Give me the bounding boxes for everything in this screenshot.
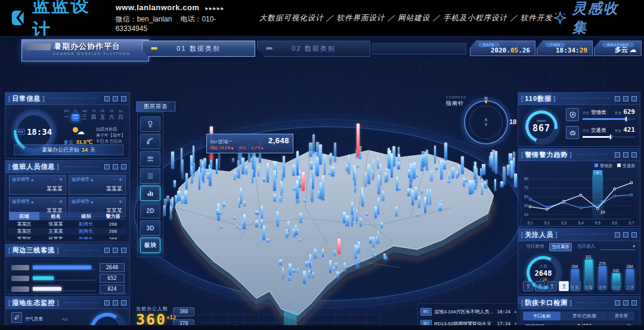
leaf-icon	[11, 312, 22, 323]
focus-circle-value: 2648	[535, 269, 552, 277]
checkpoint-col-1[interactable]: 异常/已检测	[561, 312, 608, 320]
map-bar	[513, 152, 516, 166]
panel-focus-people: [关注人员] 当日新增当日离开当日进入 ▾ 人员 2648 ↑ 24 26431…	[518, 228, 640, 295]
weather-segment: WEATHER 多云 ☁	[594, 41, 642, 56]
duty-table-row: 某某区王某某副局长268	[9, 228, 126, 236]
chart-layer-icon[interactable]	[140, 186, 160, 201]
partly-cloudy-icon: ☁	[72, 127, 85, 135]
checkpoint-col-2[interactable]: 异常率	[608, 312, 635, 320]
collapse-icon[interactable]	[615, 300, 620, 306]
checkpoint-table-header: 卡口名称异常/已检测异常率	[523, 312, 635, 320]
svg-text:24: 24	[600, 210, 605, 214]
fullscreen-icon[interactable]	[121, 300, 126, 306]
focus-tab-当日新增[interactable]: 当日新增	[524, 243, 546, 251]
collapse-icon[interactable]	[615, 232, 620, 238]
topbar-filler-bar	[372, 43, 466, 54]
alert-scroll-up-icon[interactable]: ▲	[513, 310, 518, 313]
collapse-icon[interactable]	[104, 300, 110, 306]
contact-block: www.lanlanwork.com▸▸▸▸▸ 微信：ben_lanlan电话：…	[116, 3, 242, 33]
compass-value: 18	[509, 118, 516, 125]
compass[interactable]: N ∧∨	[464, 100, 508, 144]
layer-button-3D[interactable]: 3D	[140, 220, 160, 236]
tooltip-yoy-label: 同比	[210, 146, 218, 150]
promo-banner: 蓝蓝设计 www.lanlanwork.com▸▸▸▸▸ 微信：ben_lanl…	[0, 0, 644, 36]
trend-legend: 警情类交通类	[595, 163, 635, 169]
weekday-sa: SA六	[108, 109, 116, 121]
alert-row[interactable]: 级1湿地3-104片区有不明人员闯入18:24▲	[420, 306, 518, 317]
website-link[interactable]: www.lanlanwork.com	[116, 3, 200, 12]
compass-arrows[interactable]: ∧∨	[465, 101, 507, 143]
compass-north: N	[484, 96, 487, 100]
panel-title: 周边三线客流	[12, 246, 55, 255]
badge-icon	[566, 108, 579, 121]
trend-line-chart: 9070503010▾30245.15.25.35.45.55.65.7	[521, 168, 637, 225]
collapse-icon[interactable]	[104, 248, 110, 253]
window-icon[interactable]	[113, 248, 118, 253]
focus-tab-当日进入[interactable]: 当日进入	[575, 243, 597, 251]
checkpoint-col-0[interactable]: 卡口名称	[523, 312, 561, 320]
clock-period: PM	[16, 129, 25, 135]
focus-bar-chart: 264311279242264	[569, 252, 635, 289]
camera-layer-icon[interactable]	[140, 116, 160, 132]
fullscreen-icon[interactable]	[631, 232, 637, 238]
fullscreen-icon[interactable]	[121, 164, 126, 169]
fullscreen-icon[interactable]	[631, 96, 637, 101]
window-icon[interactable]	[623, 96, 628, 101]
tooltip-mom: 6.2%▲	[251, 146, 264, 150]
window-icon[interactable]	[113, 164, 118, 169]
collapse-icon[interactable]	[615, 152, 620, 158]
collapse-icon[interactable]	[104, 96, 110, 101]
flow-value: 2648	[100, 263, 125, 272]
flow-row: 824	[11, 285, 125, 293]
lunar-calendar: 闰四月初四庚子年【鼠年】辛巳月 己巳日	[96, 127, 126, 144]
collapse-icon[interactable]	[104, 164, 110, 169]
focus-bar: 264	[624, 252, 635, 289]
tab-data-category-2[interactable]: 02 数据类别	[257, 41, 370, 57]
duty-leader-card[interactable]: 值班领导▸⋯ ⊗某某某	[9, 175, 66, 195]
focus-person-filter-icon[interactable]	[559, 281, 569, 291]
window-icon[interactable]	[623, 152, 628, 158]
time-segment: TIME 18:34:29	[537, 41, 593, 56]
yaxis-tick: 380	[173, 307, 194, 316]
tooltip-region: 区域一	[218, 138, 233, 145]
window-icon[interactable]	[623, 232, 628, 238]
city-3d-map[interactable]	[143, 142, 507, 327]
flow-row: 2648	[11, 263, 125, 272]
window-icon[interactable]	[623, 300, 628, 306]
blurred-line-name	[11, 286, 29, 292]
tab-data-category-1[interactable]: 01 数据类别	[142, 41, 255, 57]
focus-circle-label: 人员	[540, 264, 547, 269]
focus-category-dropdown[interactable]: ▾	[600, 244, 635, 250]
alert-time: 18:24	[497, 309, 510, 314]
window-icon[interactable]	[113, 96, 118, 101]
focus-bar-label: 涉黑	[597, 285, 608, 291]
tooltip-value: 2,648	[268, 136, 289, 145]
focus-tab-当日离开[interactable]: 当日离开	[549, 243, 572, 251]
services-list: 大数据可视化设计 ／ 软件界面设计 ／ 网站建设 ／ 手机及小程序设计 ／ 软件…	[259, 13, 553, 23]
collapse-icon[interactable]	[615, 96, 620, 101]
layer-button-板块[interactable]: 板块	[140, 238, 160, 253]
alert-text: 湿地3-104片区有不明人员闯入	[434, 309, 494, 315]
fullscreen-icon[interactable]	[631, 300, 637, 306]
focus-bar-label: 在逃	[569, 285, 580, 291]
fullscreen-icon[interactable]	[121, 96, 126, 101]
tab-pill-icon	[151, 47, 157, 50]
tooltip-mom-label: 环比	[239, 146, 247, 150]
panel-title: 湿地生态监控	[12, 298, 55, 307]
weekday-su: SU日	[117, 109, 125, 121]
window-icon[interactable]	[113, 300, 118, 306]
inspiration-collect-link[interactable]: 灵感收集	[553, 0, 631, 37]
tooltip-index: 01/	[210, 139, 217, 144]
duty-leader-card[interactable]: 值班领导▸⋯ ⊗某某某	[69, 175, 126, 195]
wechat-label: 微信：ben_lanlan	[116, 15, 172, 23]
list-layer-icon[interactable]	[140, 168, 160, 184]
layer-button-2D[interactable]: 2D	[140, 203, 160, 218]
fullscreen-icon[interactable]	[121, 248, 126, 253]
people-layer-icon[interactable]	[140, 151, 160, 166]
fullscreen-icon[interactable]	[631, 152, 637, 158]
radar-layer-icon[interactable]	[140, 134, 160, 149]
svg-text:5.2: 5.2	[544, 221, 550, 225]
blurred-city-name	[27, 44, 51, 50]
weekday-strip: MO一TU二WE三TH四FR五SA六SU日	[63, 109, 125, 121]
panel-title: 警情警力趋势	[525, 150, 568, 159]
